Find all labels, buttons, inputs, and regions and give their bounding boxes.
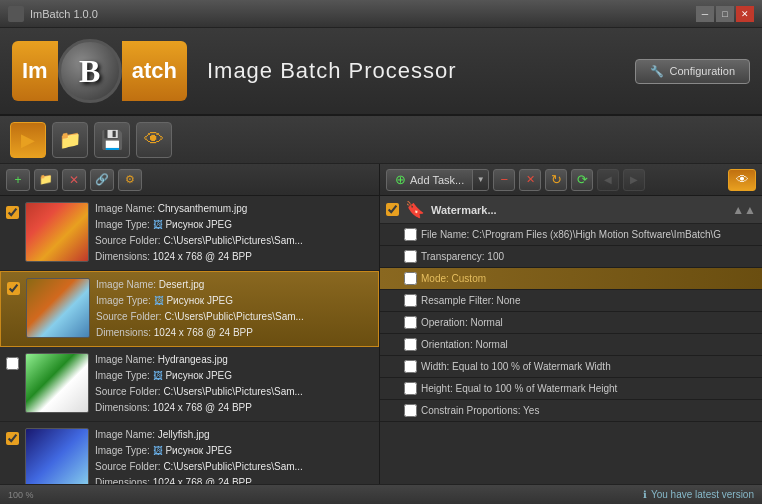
image-thumbnail [25, 428, 89, 488]
image-info-line: Source Folder: C:\Users\Public\Pictures\… [95, 460, 373, 474]
configuration-button[interactable]: 🔧 Configuration [635, 59, 750, 84]
task-header-checkbox[interactable] [386, 203, 399, 216]
task-item-text: Constrain Proportions: Yes [421, 405, 754, 416]
save-icon: 💾 [101, 129, 123, 151]
add-folder-button[interactable]: 📁 [34, 169, 58, 191]
task-item[interactable]: Height: Equal to 100 % of Watermark Heig… [380, 378, 762, 400]
preview-button[interactable]: 👁 [136, 122, 172, 158]
add-task-dropdown-arrow[interactable]: ▼ [472, 170, 488, 190]
save-button[interactable]: 💾 [94, 122, 130, 158]
task-item-checkbox[interactable] [404, 338, 417, 351]
task-expand-icon[interactable]: ▲▲ [732, 203, 756, 217]
add-task-label: Add Task... [410, 174, 464, 186]
image-item[interactable]: Image Name: Desert.jpgImage Type: 🖼 Рису… [0, 271, 379, 347]
image-item[interactable]: Image Name: Hydrangeas.jpgImage Type: 🖼 … [0, 347, 379, 422]
image-list[interactable]: Image Name: Chrysanthemum.jpgImage Type:… [0, 196, 379, 504]
app-title: Image Batch Processor [207, 58, 457, 84]
left-toolbar: + 📁 ✕ 🔗 ⚙ [0, 164, 379, 196]
image-info-line: Image Name: Desert.jpg [96, 278, 372, 292]
maximize-button[interactable]: □ [716, 6, 734, 22]
task-item-checkbox[interactable] [404, 360, 417, 373]
image-info-line: Dimensions: 1024 x 768 @ 24 BPP [95, 250, 373, 264]
image-checkbox[interactable] [6, 432, 19, 445]
settings-button[interactable]: ⚙ [118, 169, 142, 191]
task-item-checkbox[interactable] [404, 228, 417, 241]
status-zoom: 100 % [8, 490, 34, 500]
plus-circle-icon: ⊕ [395, 172, 406, 187]
add-image-button[interactable]: + [6, 169, 30, 191]
task-item-checkbox[interactable] [404, 272, 417, 285]
status-message: You have latest version [651, 489, 754, 500]
task-item-checkbox[interactable] [404, 294, 417, 307]
minimize-button[interactable]: ─ [696, 6, 714, 22]
image-item[interactable]: Image Name: Chrysanthemum.jpgImage Type:… [0, 196, 379, 271]
refresh-button[interactable]: ↻ [545, 169, 567, 191]
task-item[interactable]: Mode: Custom [380, 268, 762, 290]
image-info-line: Dimensions: 1024 x 768 @ 24 BPP [95, 401, 373, 415]
task-item-text: Resample Filter: None [421, 295, 754, 306]
task-item[interactable]: Transparency: 100 [380, 246, 762, 268]
play-icon: ▶ [21, 129, 35, 151]
close-button[interactable]: ✕ [736, 6, 754, 22]
logo-atch: atch [122, 41, 187, 101]
task-list[interactable]: 🔖 Watermark... ▲▲ File Name: C:\Program … [380, 196, 762, 504]
image-info: Image Name: Hydrangeas.jpgImage Type: 🖼 … [95, 353, 373, 415]
image-checkbox[interactable] [7, 282, 20, 295]
add-task-button[interactable]: ⊕ Add Task... ▼ [386, 169, 489, 191]
image-thumbnail [26, 278, 90, 338]
delete-task-button[interactable]: ✕ [519, 169, 541, 191]
image-info: Image Name: Desert.jpgImage Type: 🖼 Рису… [96, 278, 372, 340]
remove-image-button[interactable]: ✕ [62, 169, 86, 191]
add-task-main[interactable]: ⊕ Add Task... [387, 170, 472, 190]
remove-task-button[interactable]: − [493, 169, 515, 191]
task-item-checkbox[interactable] [404, 316, 417, 329]
prev-button[interactable]: ◀ [597, 169, 619, 191]
right-toolbar: ⊕ Add Task... ▼ − ✕ ↻ ⟳ ◀ ▶ 👁 [380, 164, 762, 196]
add-url-button[interactable]: 🔗 [90, 169, 114, 191]
window-controls: ─ □ ✕ [696, 6, 754, 22]
left-panel: + 📁 ✕ 🔗 ⚙ Image Name: Chrysanthemum.jpgI… [0, 164, 380, 504]
task-item[interactable]: Orientation: Normal [380, 334, 762, 356]
next-button[interactable]: ▶ [623, 169, 645, 191]
task-item-checkbox[interactable] [404, 404, 417, 417]
main-toolbar: ▶ 📁 💾 👁 [0, 116, 762, 164]
config-label: Configuration [670, 65, 735, 77]
image-info-line: Image Name: Chrysanthemum.jpg [95, 202, 373, 216]
window-title: ImBatch 1.0.0 [30, 8, 98, 20]
task-item-text: Orientation: Normal [421, 339, 754, 350]
folder-button[interactable]: 📁 [52, 122, 88, 158]
folder-icon: 📁 [59, 129, 81, 151]
reload-button[interactable]: ⟳ [571, 169, 593, 191]
task-item[interactable]: Width: Equal to 100 % of Watermark Width [380, 356, 762, 378]
task-item-checkbox[interactable] [404, 382, 417, 395]
image-info: Image Name: Chrysanthemum.jpgImage Type:… [95, 202, 373, 264]
status-bar: 100 % ℹ You have latest version [0, 484, 762, 504]
image-info-line: Image Name: Hydrangeas.jpg [95, 353, 373, 367]
watermark-icon: 🔖 [405, 200, 425, 219]
eye-icon: 👁 [144, 128, 164, 151]
image-checkbox[interactable] [6, 206, 19, 219]
image-info-line: Dimensions: 1024 x 768 @ 24 BPP [96, 326, 372, 340]
header: Im B atch Image Batch Processor 🔧 Config… [0, 28, 762, 116]
task-item-text: File Name: C:\Program Files (x86)\High M… [421, 229, 754, 240]
image-checkbox[interactable] [6, 357, 19, 370]
image-info-line: Image Type: 🖼 Рисунок JPEG [95, 444, 373, 458]
image-info-line: Image Type: 🖼 Рисунок JPEG [95, 369, 373, 383]
task-header[interactable]: 🔖 Watermark... ▲▲ [380, 196, 762, 224]
eye-view-button[interactable]: 👁 [728, 169, 756, 191]
logo-b-letter: B [79, 53, 100, 90]
run-button[interactable]: ▶ [10, 122, 46, 158]
task-item-text: Width: Equal to 100 % of Watermark Width [421, 361, 754, 372]
image-info-line: Image Type: 🖼 Рисунок JPEG [96, 294, 372, 308]
task-item[interactable]: Resample Filter: None [380, 290, 762, 312]
task-item-text: Height: Equal to 100 % of Watermark Heig… [421, 383, 754, 394]
title-bar: ImBatch 1.0.0 ─ □ ✕ [0, 0, 762, 28]
logo-b-circle: B [58, 39, 122, 103]
image-info-line: Source Folder: C:\Users\Public\Pictures\… [96, 310, 372, 324]
task-item[interactable]: File Name: C:\Program Files (x86)\High M… [380, 224, 762, 246]
task-item[interactable]: Operation: Normal [380, 312, 762, 334]
task-item[interactable]: Constrain Proportions: Yes [380, 400, 762, 422]
task-item-checkbox[interactable] [404, 250, 417, 263]
status-version: ℹ You have latest version [643, 489, 754, 500]
folder-add-icon: 📁 [39, 173, 53, 186]
